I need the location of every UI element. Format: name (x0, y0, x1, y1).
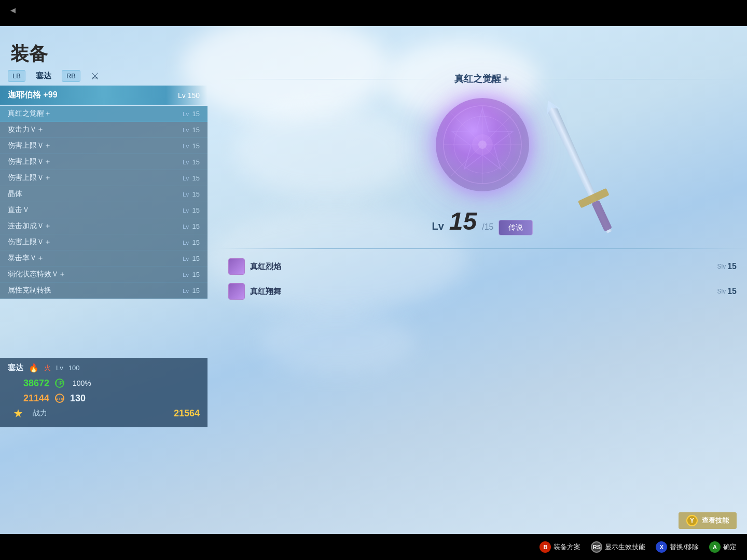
btn-text-0: 装备方案 (554, 542, 580, 552)
hp-icon: HP (53, 377, 66, 389)
weapon-icon: ⚔ (91, 71, 99, 82)
skill-name-4: 伤害上限Ｖ＋ (8, 173, 51, 183)
skill-item-7[interactable]: 连击加成Ｖ＋ Lv 15 (0, 218, 208, 234)
btn-icon-3: A (709, 541, 721, 553)
left-panel: 迦耶伯格 +99 Lv 150 真红之觉醒＋ Lv 15 攻击力Ｖ＋ Lv 15… (0, 86, 208, 299)
skill-item-3[interactable]: 伤害上限Ｖ＋ Lv 15 (0, 154, 208, 170)
btn-text-3: 确定 (723, 542, 737, 552)
hp-pct: 100% (73, 379, 91, 387)
char-header: 迦耶伯格 +99 Lv 150 (0, 86, 208, 105)
bottom-bar: B 装备方案 RS 显示生效技能 X 替换/移除 A 确定 (0, 534, 747, 560)
sub-skill-lv-0: Slv 15 (717, 262, 737, 271)
top-bar: ◀ (0, 0, 747, 26)
skill-name-10: 弱化状态特效Ｖ＋ (8, 270, 66, 279)
lb-button[interactable]: LB (8, 70, 25, 82)
power-value: 21564 (174, 408, 200, 419)
skill-name-6: 直击Ｖ (8, 205, 30, 215)
nav-char-name: 塞达 (36, 71, 51, 81)
skill-name-5: 晶体 (8, 189, 22, 199)
stats-row-hp: 38672 HP 100% (8, 377, 200, 389)
skill-lv-0: Lv 15 (183, 110, 200, 118)
svg-marker-4 (14, 409, 22, 417)
element-icon: 🔥 (29, 363, 39, 373)
lv-value: 150 (188, 91, 200, 100)
sub-lv-num-1: 15 (727, 287, 737, 296)
bottom-btn-0[interactable]: B 装备方案 (540, 541, 580, 553)
atk-icon: ATK (53, 392, 66, 404)
top-bar-left: ◀ (10, 6, 16, 14)
skill-item-11[interactable]: 属性克制转换 Lv 15 (0, 283, 208, 299)
btn-text-2: 替换/移除 (670, 542, 699, 552)
skill-name-7: 连击加成Ｖ＋ (8, 221, 51, 231)
skill-lv-1: Lv 15 (183, 126, 200, 134)
page-title: 装备 (10, 41, 48, 67)
char-header-level: Lv 150 (178, 91, 200, 100)
sub-skill-name-0: 真红烈焰 (250, 262, 281, 272)
sub-skill-left-1: 真红翔舞 (228, 283, 281, 300)
title-line-left (218, 79, 444, 79)
skill-title-bar: 真红之觉醒＋ (218, 70, 747, 88)
rb-button[interactable]: RB (62, 70, 80, 82)
bottom-btn-1[interactable]: RS 显示生效技能 (591, 541, 645, 553)
skill-name-9: 暴击率Ｖ＋ (8, 254, 44, 263)
skill-orb (436, 98, 529, 191)
hp-value: 38672 (8, 378, 49, 389)
skill-item-4[interactable]: 伤害上限Ｖ＋ Lv 15 (0, 170, 208, 186)
skill-lv-7: Lv 15 (183, 222, 200, 230)
btn-icon-2: X (656, 541, 667, 553)
stats-lv-label: Lv (56, 364, 63, 372)
skill-lv-3: Lv 15 (183, 158, 200, 166)
sub-skill-item-1: 真红翔舞 Slv 15 (228, 279, 737, 304)
svg-text:HP: HP (56, 381, 63, 386)
atk-num: 130 (70, 393, 86, 404)
btn-icon-0: B (540, 541, 551, 553)
skill-item-5[interactable]: 晶体 Lv 15 (0, 186, 208, 202)
skill-item-10[interactable]: 弱化状态特效Ｖ＋ Lv 15 (0, 267, 208, 283)
skill-detail-title: 真红之觉醒＋ (444, 73, 521, 85)
sub-lv-num-0: 15 (727, 262, 737, 271)
content-area: 装备 LB 塞达 RB ⚔ 迦耶伯格 +99 Lv 150 真红之觉醒＋ Lv … (0, 26, 747, 534)
skill-lv-11: Lv 15 (183, 287, 200, 295)
skill-item-9[interactable]: 暴击率Ｖ＋ Lv 15 (0, 250, 208, 267)
char-weapon-name: 迦耶伯格 +99 (8, 90, 58, 101)
bottom-btn-2[interactable]: X 替换/移除 (656, 541, 699, 553)
character-nav: LB 塞达 RB ⚔ (0, 70, 218, 82)
sub-skill-lv-1: Slv 15 (717, 287, 737, 296)
skill-lv-5: Lv 15 (183, 190, 200, 198)
lv-label: Lv (178, 91, 186, 100)
sub-lv-label-1: Slv (717, 288, 726, 295)
rarity-badge: 传说 (499, 220, 533, 235)
skill-lv-value: 15 (449, 207, 477, 235)
skill-item-2[interactable]: 伤害上限Ｖ＋ Lv 15 (0, 138, 208, 154)
power-icon (12, 407, 24, 419)
skill-item-6[interactable]: 直击Ｖ Lv 15 (0, 202, 208, 218)
stats-element: 火 (44, 363, 51, 373)
sub-skill-item-0: 真红烈焰 Slv 15 (228, 254, 737, 279)
y-button-area[interactable]: Y 查看技能 (679, 512, 737, 529)
atk-value: 21144 (8, 393, 49, 404)
skill-name-1: 攻击力Ｖ＋ (8, 125, 44, 134)
skill-lv-10: Lv 15 (183, 271, 200, 278)
y-button-label: 查看技能 (702, 516, 729, 525)
power-label: 战力 (33, 409, 47, 418)
skill-lv-4: Lv 15 (183, 174, 200, 182)
skill-item-8[interactable]: 伤害上限Ｖ＋ Lv 15 (0, 234, 208, 250)
skill-level-row: Lv 15 /15 传说 (432, 207, 533, 235)
skill-lv-2: Lv 15 (183, 142, 200, 150)
bottom-btn-3[interactable]: A 确定 (709, 541, 737, 553)
stats-header: 塞达 🔥 火 Lv 100 (8, 363, 200, 373)
skill-lv-max: /15 (482, 222, 493, 232)
skill-lv-label: Lv (432, 220, 444, 232)
right-panel: 真红之觉醒＋ (218, 70, 747, 304)
skill-list: 真红之觉醒＋ Lv 15 攻击力Ｖ＋ Lv 15 伤害上限Ｖ＋ Lv 15 伤害… (0, 106, 208, 299)
stats-char-name: 塞达 (8, 363, 23, 373)
sub-skill-list: 真红烈焰 Slv 15 真红翔舞 Slv 15 (218, 254, 747, 304)
skill-item-1[interactable]: 攻击力Ｖ＋ Lv 15 (0, 122, 208, 138)
stats-row-power: 战力 21564 (8, 407, 200, 419)
skill-item-0[interactable]: 真红之觉醒＋ Lv 15 (0, 106, 208, 122)
skill-lv-6: Lv 15 (183, 206, 200, 214)
sub-skill-name-1: 真红翔舞 (250, 287, 281, 297)
skill-name-2: 伤害上限Ｖ＋ (8, 141, 51, 150)
y-button[interactable]: Y (686, 515, 698, 526)
skill-name-0: 真红之觉醒＋ (8, 109, 51, 118)
